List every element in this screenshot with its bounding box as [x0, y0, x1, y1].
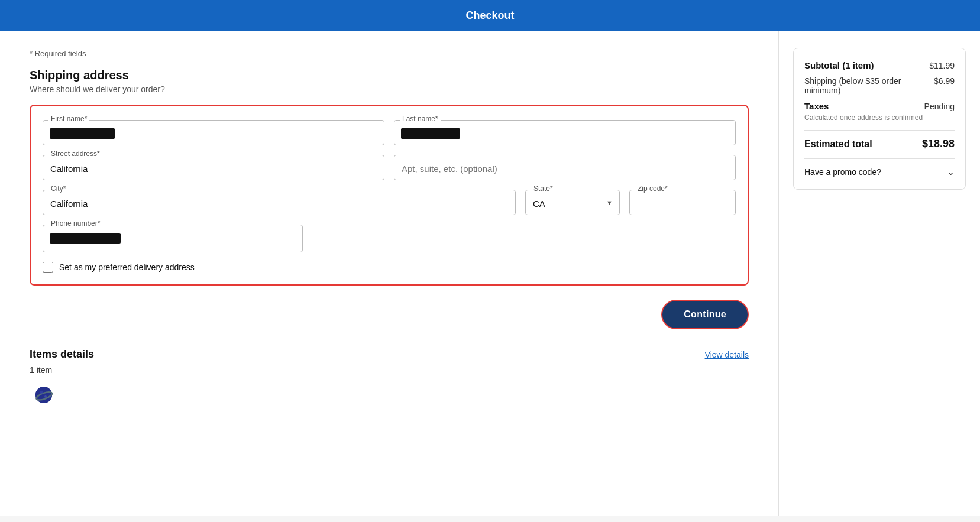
zip-label: Zip code*: [635, 184, 670, 193]
taxes-note: Calculated once address is confirmed: [804, 114, 955, 122]
phone-label: Phone number*: [48, 219, 102, 228]
page-header: Checkout: [0, 0, 980, 31]
estimated-total-row: Estimated total $18.98: [804, 138, 955, 150]
apt-input[interactable]: [394, 155, 736, 180]
continue-row: Continue: [30, 300, 749, 329]
promo-row[interactable]: Have a promo code? ⌄: [804, 166, 955, 177]
last-name-input[interactable]: [394, 120, 736, 145]
zip-field: Zip code*: [629, 190, 736, 215]
svg-point-3: [40, 391, 43, 394]
state-field: State* CA NY TX FL: [525, 190, 620, 215]
item-thumbnail: [30, 381, 58, 409]
shipping-label: Shipping (below $35 order minimum): [804, 76, 934, 95]
state-label: State*: [531, 184, 555, 193]
apt-field: [394, 155, 736, 180]
first-name-field: First name*: [43, 120, 384, 145]
shipping-subtitle: Where should we deliver your order?: [30, 85, 749, 94]
order-summary-card: Subtotal (1 item) $11.99 Shipping (below…: [793, 48, 966, 190]
city-field: City*: [43, 190, 516, 215]
svg-point-1: [35, 387, 52, 403]
city-label: City*: [48, 184, 68, 193]
city-state-row: City* State* CA NY TX FL Zip code*: [43, 190, 736, 215]
subtotal-label: Subtotal (1 item): [804, 60, 874, 70]
divider-2: [804, 158, 955, 159]
estimated-label: Estimated total: [804, 139, 872, 150]
items-details-section: Items details View details 1 item: [30, 348, 749, 409]
main-content: * Required fields Shipping address Where…: [0, 31, 779, 516]
chevron-down-icon: ⌄: [947, 166, 955, 177]
taxes-row: Taxes Pending: [804, 101, 955, 111]
taxes-label: Taxes: [804, 101, 829, 111]
address-row: Street address*: [43, 155, 736, 180]
promo-label: Have a promo code?: [804, 167, 881, 177]
items-details-header: Items details View details: [30, 348, 749, 361]
name-row: First name* Last name*: [43, 120, 736, 145]
street-address-field: Street address*: [43, 155, 384, 180]
shipping-title: Shipping address: [30, 69, 749, 82]
continue-button[interactable]: Continue: [661, 300, 749, 329]
taxes-value: Pending: [924, 102, 955, 111]
state-select[interactable]: CA NY TX FL: [525, 190, 620, 215]
zip-input[interactable]: [629, 190, 736, 215]
shipping-form-box: First name* Last name*: [30, 105, 749, 286]
phone-input[interactable]: [43, 225, 303, 252]
city-input[interactable]: [43, 190, 516, 215]
last-name-label: Last name*: [400, 115, 441, 123]
phone-row: Phone number*: [43, 225, 303, 252]
shipping-row: Shipping (below $35 order minimum) $6.99: [804, 76, 955, 95]
estimated-value: $18.98: [922, 138, 955, 150]
street-address-label: Street address*: [48, 150, 102, 158]
first-name-label: First name*: [48, 115, 89, 123]
required-note: * Required fields: [30, 49, 749, 58]
view-details-link[interactable]: View details: [705, 350, 749, 359]
shipping-value: $6.99: [934, 76, 955, 86]
page-title: Checkout: [465, 9, 514, 21]
svg-point-4: [44, 395, 47, 398]
preferred-address-row: Set as my preferred delivery address: [43, 262, 736, 273]
phone-field: Phone number*: [43, 225, 303, 252]
preferred-address-checkbox[interactable]: [43, 262, 53, 273]
subtotal-value: $11.99: [929, 61, 955, 70]
street-address-input[interactable]: [43, 155, 384, 180]
last-name-field: Last name*: [394, 120, 736, 145]
first-name-input[interactable]: [43, 120, 384, 145]
items-details-title: Items details: [30, 348, 94, 361]
subtotal-row: Subtotal (1 item) $11.99: [804, 60, 955, 70]
items-count: 1 item: [30, 365, 749, 375]
sidebar: Subtotal (1 item) $11.99 Shipping (below…: [779, 31, 980, 516]
divider: [804, 130, 955, 131]
preferred-address-label[interactable]: Set as my preferred delivery address: [59, 262, 195, 272]
